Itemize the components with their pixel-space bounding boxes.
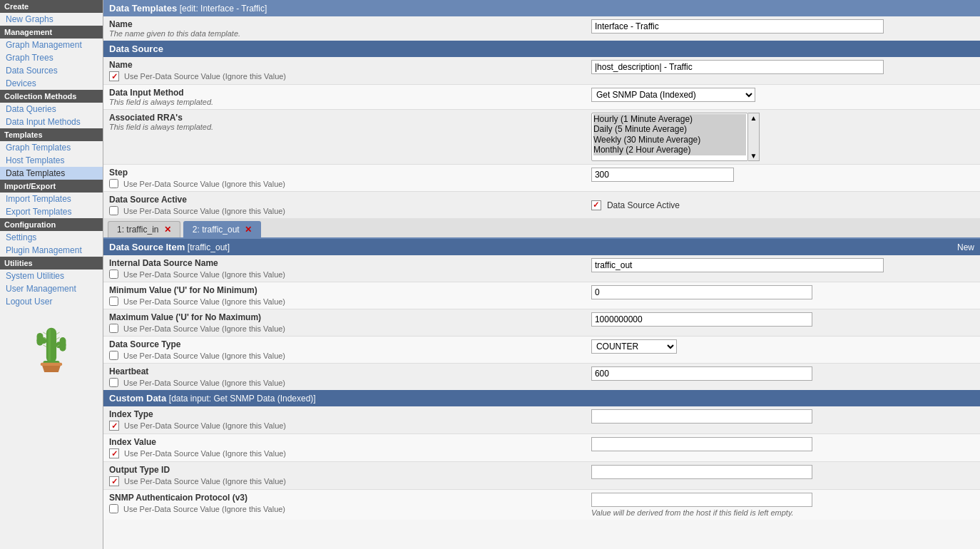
svg-rect-6: [49, 329, 51, 361]
index-type-input[interactable]: [591, 409, 812, 424]
main-content: Data Templates [edit: Interface - Traffi…: [103, 0, 980, 549]
heartbeat-checkbox-label: Use Per-Data Source Value (Ignore this V…: [123, 379, 285, 387]
output-type-id-input[interactable]: [591, 465, 812, 479]
data-source-header: Data Source: [103, 41, 980, 57]
sidebar-item-data-queries[interactable]: Data Queries: [0, 103, 103, 116]
heartbeat-checkbox[interactable]: [109, 378, 118, 387]
snmp-auth-checkbox[interactable]: [109, 504, 118, 513]
max-value-checkbox-label: Use Per-Data Source Value (Ignore this V…: [123, 324, 285, 333]
ds-active-checkbox-row: Use Per-Data Source Value (Ignore this V…: [109, 206, 580, 215]
sidebar-item-plugin-management[interactable]: Plugin Management: [0, 244, 103, 257]
sidebar-item-user-management[interactable]: User Management: [0, 282, 103, 295]
create-header: Create: [0, 0, 103, 13]
ds-type-select[interactable]: COUNTER GAUGE DERIVE ABSOLUTE: [591, 339, 677, 354]
templates-header: Templates: [0, 128, 103, 141]
step-checkbox-label: Use Per-Data Source Value (Ignore this V…: [123, 180, 285, 188]
tab-traffic-in[interactable]: 1: traffic_in ✕: [108, 221, 180, 237]
index-type-checkbox[interactable]: [109, 421, 119, 431]
internal-ds-name-input[interactable]: [591, 258, 884, 272]
collection-header: Collection Methods: [0, 90, 103, 103]
step-checkbox[interactable]: [109, 179, 118, 188]
sidebar-item-system-utilities[interactable]: System Utilities: [0, 270, 103, 282]
ds-name-checkbox-row: Use Per-Data Source Value (Ignore this V…: [109, 71, 580, 81]
step-input[interactable]: [591, 168, 734, 182]
sidebar-item-import-templates[interactable]: Import Templates: [0, 193, 103, 205]
heartbeat-input[interactable]: [591, 366, 812, 381]
index-value-label: Index Value: [109, 437, 580, 447]
max-value-checkbox[interactable]: [109, 324, 118, 333]
sidebar-item-devices[interactable]: Devices: [0, 77, 103, 90]
min-value-checkbox[interactable]: [109, 297, 118, 306]
sidebar-item-data-sources[interactable]: Data Sources: [0, 64, 103, 77]
data-input-method-label: Data Input Method: [109, 88, 580, 98]
sidebar-item-host-templates[interactable]: Host Templates: [0, 154, 103, 167]
ds-name-checkbox-label: Use Per-Data Source Value (Ignore this V…: [124, 72, 286, 81]
sidebar: Create New Graphs Management Graph Manag…: [0, 0, 103, 549]
sidebar-item-export-templates[interactable]: Export Templates: [0, 205, 103, 218]
page-header: Data Templates [edit: Interface - Traffi…: [103, 0, 980, 16]
page-title: Data Templates [edit: Interface - Traffi…: [109, 3, 267, 14]
tab-traffic-in-close[interactable]: ✕: [164, 225, 171, 235]
ds-name-checkbox[interactable]: [109, 71, 119, 81]
tabs-bar: 1: traffic_in ✕ 2: traffic_out ✕: [103, 218, 980, 239]
svg-rect-2: [37, 333, 44, 346]
ds-name-input[interactable]: [591, 60, 884, 74]
custom-data-section: Index Type Use Per-Data Source Value (Ig…: [103, 406, 980, 520]
min-value-checkbox-label: Use Per-Data Source Value (Ignore this V…: [123, 297, 285, 306]
rra-scroll-up[interactable]: ▲: [749, 113, 757, 123]
index-type-label: Index Type: [109, 409, 580, 419]
data-input-method-select[interactable]: Get SNMP Data (Indexed): [591, 88, 755, 102]
svg-rect-0: [46, 328, 56, 363]
index-value-input[interactable]: [591, 437, 812, 451]
internal-ds-name-checkbox[interactable]: [109, 270, 118, 279]
rra-desc: This field is always templated.: [109, 123, 580, 131]
rra-label: Associated RRA's: [109, 113, 580, 123]
dsi-new-link[interactable]: New: [957, 242, 974, 252]
sidebar-item-data-templates[interactable]: Data Templates: [0, 167, 103, 180]
index-value-checkbox[interactable]: [109, 448, 119, 458]
snmp-auth-checkbox-label: Use Per-Data Source Value (Ignore this V…: [123, 505, 285, 513]
name-label: Name: [109, 19, 580, 29]
name-desc: The name given to this data template.: [109, 29, 580, 38]
svg-line-10: [56, 337, 59, 339]
sidebar-item-graph-management[interactable]: Graph Management: [0, 39, 103, 51]
configuration-header: Configuration: [0, 218, 103, 231]
max-value-input[interactable]: [591, 312, 812, 327]
snmp-auth-input[interactable]: [591, 493, 812, 507]
sidebar-item-logout[interactable]: Logout User: [0, 295, 103, 308]
rra-select[interactable]: Hourly (1 Minute Average)Daily (5 Minute…: [591, 113, 748, 161]
ds-type-checkbox[interactable]: [109, 351, 118, 360]
min-value-input[interactable]: [591, 285, 812, 299]
name-input[interactable]: [591, 19, 884, 34]
output-type-id-checkbox-label: Use Per-Data Source Value (Ignore this V…: [124, 477, 286, 486]
index-type-checkbox-label: Use Per-Data Source Value (Ignore this V…: [124, 421, 286, 430]
step-label: Step: [109, 168, 580, 178]
tab-traffic-out-close[interactable]: ✕: [245, 225, 252, 235]
sidebar-item-settings[interactable]: Settings: [0, 231, 103, 244]
svg-line-9: [56, 332, 59, 334]
snmp-auth-desc: Value will be derived from the host if t…: [591, 508, 974, 517]
internal-ds-name-label: Internal Data Source Name: [109, 258, 580, 268]
ds-active-label: Data Source Active: [109, 195, 580, 205]
management-header: Management: [0, 26, 103, 39]
utilities-header: Utilities: [0, 257, 103, 270]
heartbeat-label: Heartbeat: [109, 366, 580, 376]
max-value-label: Maximum Value ('U' for No Maximum): [109, 312, 580, 322]
ds-active-checkbox[interactable]: [109, 206, 118, 215]
svg-rect-14: [41, 363, 62, 366]
step-checkbox-row: Use Per-Data Source Value (Ignore this V…: [109, 179, 580, 188]
ds-active-value-label: Data Source Active: [607, 200, 680, 210]
ds-active-value-checkbox[interactable]: [591, 200, 601, 210]
sidebar-item-graph-trees[interactable]: Graph Trees: [0, 51, 103, 64]
svg-rect-4: [60, 337, 66, 352]
svg-line-11: [43, 345, 46, 347]
rra-scroll-down[interactable]: ▼: [749, 151, 757, 160]
ds-name-label: Name: [109, 60, 580, 70]
sidebar-item-new-graphs[interactable]: New Graphs: [0, 13, 103, 26]
tab-traffic-out[interactable]: 2: traffic_out ✕: [183, 221, 261, 237]
sidebar-item-data-input-methods[interactable]: Data Input Methods: [0, 116, 103, 128]
internal-ds-name-checkbox-label: Use Per-Data Source Value (Ignore this V…: [123, 270, 285, 279]
sidebar-item-graph-templates[interactable]: Graph Templates: [0, 141, 103, 154]
output-type-id-checkbox[interactable]: [109, 476, 119, 486]
dsi-section: Internal Data Source Name Use Per-Data S…: [103, 255, 980, 390]
